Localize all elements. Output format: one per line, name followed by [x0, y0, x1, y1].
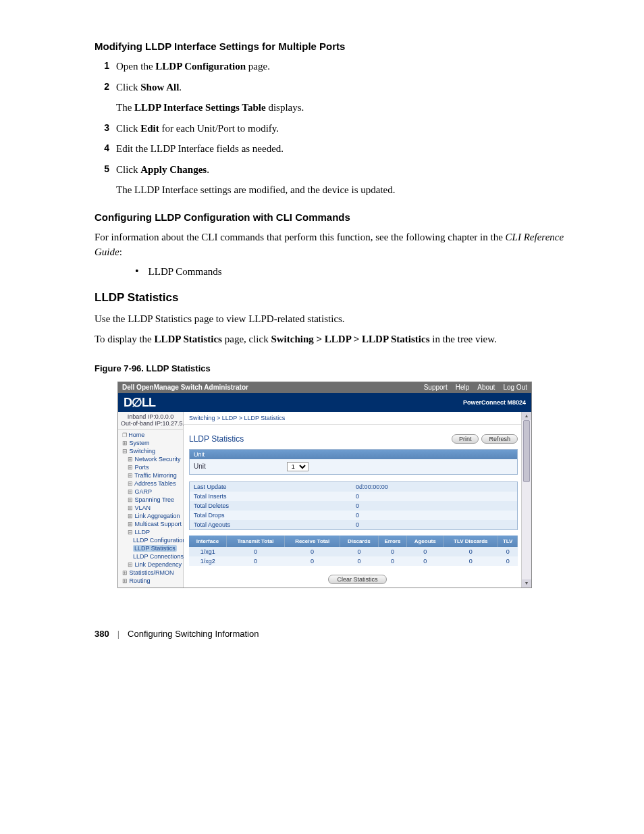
steps-list: 1 Open the LLDP Configuration page. 2 Cl… [95, 59, 583, 198]
nav-item[interactable]: LLDP Connections [121, 552, 183, 561]
summary-key: Total Drops [190, 511, 289, 520]
nav-item[interactable]: System [121, 439, 183, 447]
summary-key: Total Deletes [190, 501, 289, 511]
grid-cell: 0 [378, 556, 406, 566]
grid-header: TLV [498, 536, 518, 547]
unit-select[interactable]: 1 [287, 462, 308, 471]
step-subtext: The LLDP Interface settings are modified… [116, 182, 583, 198]
nav-item[interactable]: Ports [121, 463, 183, 471]
step-number: 3 [95, 121, 116, 136]
nav-item[interactable]: Switching [121, 447, 183, 455]
nav-item[interactable]: Link Aggregation [121, 512, 183, 520]
grid-header: Discards [340, 536, 379, 547]
dell-logo: D∅LL [124, 395, 155, 410]
step-text: Click Show All. [116, 80, 583, 95]
model-label: PowerConnect M8024 [463, 399, 526, 406]
grid-header: Interface [189, 536, 226, 547]
page-footer: 380 | Configuring Switching Information [95, 629, 583, 639]
step-text: Click Edit for each Unit/Port to modify. [116, 121, 583, 136]
app-topbar: Dell OpenManage Switch Administrator Sup… [118, 382, 531, 393]
topbar-link-about[interactable]: About [477, 384, 495, 391]
nav-item[interactable]: Multicast Support [121, 520, 183, 528]
lldp-stats-heading: LLDP Statistics [95, 291, 583, 305]
nav-item[interactable]: LLDP Statistics [121, 544, 183, 552]
summary-row: Total Deletes0 [190, 501, 518, 511]
unit-panel: Unit Unit 1 [189, 449, 518, 475]
clear-statistics-button[interactable]: Clear Statistics [328, 575, 386, 584]
nav-item[interactable]: Spanning Tree [121, 496, 183, 504]
nav-item[interactable]: Routing [121, 577, 183, 585]
step-number: 4 [95, 141, 116, 157]
nav-item[interactable]: LLDP Configuration [121, 536, 183, 544]
grid-row: 1/xg20000000 [189, 556, 518, 566]
step-text: Edit the LLDP Interface fields as needed… [116, 141, 583, 157]
grid-cell: 0 [226, 556, 284, 566]
footer-separator: | [117, 629, 119, 639]
nav-item[interactable]: Link Dependency [121, 561, 183, 569]
print-button[interactable]: Print [452, 434, 479, 444]
grid-cell: 0 [226, 547, 284, 556]
inband-ip: Inband IP:0.0.0.0 [121, 413, 180, 421]
app-title: Dell OpenManage Switch Administrator [122, 384, 248, 391]
grid-cell: 0 [407, 556, 444, 566]
summary-key: Last Update [190, 481, 289, 492]
summary-value: 0 [288, 511, 517, 520]
grid-cell: 1/xg1 [189, 547, 226, 556]
summary-key: Total Inserts [190, 492, 289, 501]
topbar-link-help[interactable]: Help [456, 384, 470, 391]
lldp-stats-para2: To display the LLDP Statistics page, cli… [95, 332, 583, 347]
grid-header: Receive Total [285, 536, 340, 547]
nav-item[interactable]: GARP [121, 488, 183, 496]
summary-value: 0 [288, 492, 517, 501]
grid-row: 1/xg10000000 [189, 547, 518, 556]
topbar-link-logout[interactable]: Log Out [503, 384, 527, 391]
topbar-link-support[interactable]: Support [424, 384, 448, 391]
scroll-up-icon[interactable]: ▴ [522, 412, 531, 420]
refresh-button[interactable]: Refresh [481, 434, 518, 444]
grid-header: Ageouts [407, 536, 444, 547]
grid-cell: 0 [340, 547, 379, 556]
nav-item[interactable]: Statistics/RMON [121, 569, 183, 577]
summary-row: Last Update0d:00:00:00 [190, 481, 518, 492]
lldp-stats-para1: Use the LLDP Statistics page to view LLP… [95, 311, 583, 327]
scroll-thumb[interactable] [523, 420, 530, 482]
nav-tree[interactable]: Inband IP:0.0.0.0 Out-of-band IP:10.27.5… [118, 412, 184, 588]
step-number: 1 [95, 59, 116, 74]
main-panel: ▴ ▾ Switching > LLDP > LLDP Statistics L… [184, 412, 531, 588]
grid-cell: 0 [340, 556, 379, 566]
nav-item[interactable]: Traffic Mirroring [121, 471, 183, 479]
grid-cell: 0 [378, 547, 406, 556]
scrollbar[interactable]: ▴ ▾ [521, 412, 531, 588]
page-title: LLDP Statistics [189, 434, 244, 444]
breadcrumb[interactable]: Switching > LLDP > LLDP Statistics [184, 412, 531, 425]
outofband-ip: Out-of-band IP:10.27.5.31 [121, 420, 180, 427]
cli-paragraph: For information about the CLI commands t… [95, 230, 583, 260]
grid-cell: 0 [498, 556, 518, 566]
step-subtext: The LLDP Interface Settings Table displa… [116, 100, 583, 115]
unit-label: Unit [194, 463, 206, 470]
scroll-down-icon[interactable]: ▾ [522, 579, 531, 588]
step-number: 5 [95, 162, 116, 178]
nav-item[interactable]: LLDP [121, 528, 183, 536]
nav-item[interactable]: Network Security [121, 455, 183, 463]
summary-key: Total Ageouts [190, 520, 289, 530]
grid-cell: 0 [285, 547, 340, 556]
step-number: 2 [95, 80, 116, 95]
nav-ip-box: Inband IP:0.0.0.0 Out-of-band IP:10.27.5… [118, 412, 183, 430]
grid-header: Transmit Total [226, 536, 284, 547]
nav-item[interactable]: Address Tables [121, 479, 183, 488]
step-text: Click Apply Changes. [116, 162, 583, 178]
summary-value: 0d:00:00:00 [288, 481, 517, 492]
section-modify-heading: Modifying LLDP Interface Settings for Mu… [95, 41, 583, 52]
grid-cell: 0 [407, 547, 444, 556]
cli-bullet-item: LLDP Commands [135, 265, 583, 278]
nav-item[interactable]: VLAN [121, 504, 183, 512]
summary-value: 0 [288, 520, 517, 530]
nav-item[interactable]: Home [121, 431, 183, 439]
statistics-grid: InterfaceTransmit TotalReceive TotalDisc… [189, 536, 518, 566]
summary-row: Total Drops0 [190, 511, 518, 520]
cli-bullet-list: LLDP Commands [135, 265, 583, 278]
figure-caption: Figure 7-96. LLDP Statistics [95, 363, 583, 373]
summary-row: Total Inserts0 [190, 492, 518, 501]
grid-cell: 0 [444, 547, 498, 556]
